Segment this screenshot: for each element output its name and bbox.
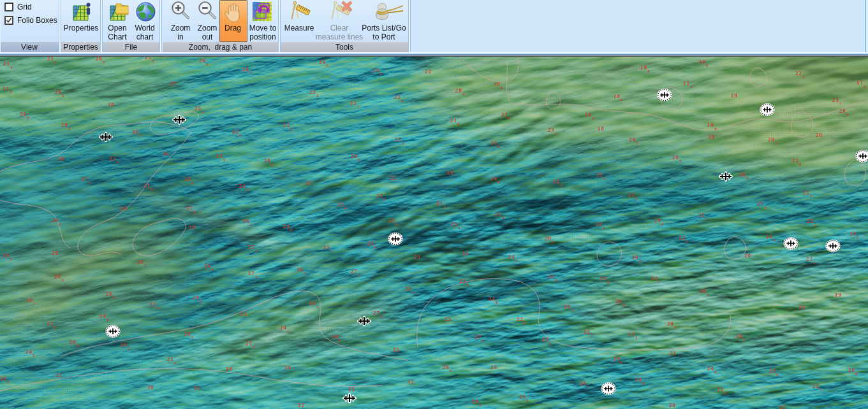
svg-text:23: 23 bbox=[548, 127, 555, 133]
svg-text:0: 0 bbox=[290, 227, 292, 232]
svg-text:25: 25 bbox=[393, 347, 400, 353]
svg-text:18: 18 bbox=[640, 64, 647, 71]
svg-text:22: 22 bbox=[376, 192, 383, 199]
svg-text:30: 30 bbox=[284, 364, 291, 371]
svg-text:20: 20 bbox=[3, 252, 10, 259]
svg-text:30: 30 bbox=[57, 155, 64, 162]
svg-text:24: 24 bbox=[490, 175, 497, 182]
svg-text:20: 20 bbox=[816, 132, 823, 138]
svg-text:26: 26 bbox=[564, 303, 571, 310]
svg-text:26: 26 bbox=[55, 89, 62, 95]
svg-text:22: 22 bbox=[283, 122, 290, 128]
svg-text:26: 26 bbox=[106, 291, 113, 297]
svg-text:24: 24 bbox=[283, 223, 290, 229]
svg-text:25: 25 bbox=[145, 57, 152, 61]
svg-text:27: 27 bbox=[81, 176, 88, 182]
svg-text:22: 22 bbox=[584, 329, 591, 335]
svg-text:24: 24 bbox=[707, 365, 714, 371]
svg-text:20: 20 bbox=[739, 171, 746, 178]
svg-text:21: 21 bbox=[450, 117, 457, 124]
svg-text:21: 21 bbox=[47, 57, 54, 62]
svg-text:20: 20 bbox=[672, 154, 679, 161]
svg-text:29: 29 bbox=[614, 355, 621, 362]
svg-text:27: 27 bbox=[373, 310, 380, 316]
svg-text:20: 20 bbox=[615, 298, 622, 305]
svg-text:17: 17 bbox=[683, 80, 690, 87]
svg-text:26: 26 bbox=[0, 375, 7, 382]
svg-text:30: 30 bbox=[189, 224, 196, 231]
svg-text:22: 22 bbox=[394, 94, 401, 100]
svg-text:25: 25 bbox=[388, 217, 395, 224]
svg-text:22: 22 bbox=[110, 155, 117, 162]
svg-text:21: 21 bbox=[628, 331, 635, 337]
svg-text:26: 26 bbox=[132, 129, 139, 135]
svg-text:21: 21 bbox=[495, 211, 502, 217]
svg-text:18: 18 bbox=[699, 59, 706, 65]
svg-text:18: 18 bbox=[494, 81, 501, 87]
svg-text:23: 23 bbox=[490, 364, 497, 370]
svg-text:2: 2 bbox=[59, 222, 61, 226]
svg-text:22: 22 bbox=[390, 175, 397, 181]
svg-text:22: 22 bbox=[813, 383, 820, 389]
svg-text:23: 23 bbox=[350, 100, 357, 106]
svg-text:22: 22 bbox=[792, 157, 799, 164]
svg-text:0: 0 bbox=[374, 245, 376, 249]
svg-text:23: 23 bbox=[651, 275, 658, 282]
svg-text:23: 23 bbox=[323, 244, 330, 250]
svg-text:20: 20 bbox=[744, 252, 751, 259]
svg-text:21: 21 bbox=[779, 404, 786, 409]
svg-text:25: 25 bbox=[542, 336, 549, 343]
svg-text:27: 27 bbox=[474, 334, 482, 340]
svg-text:32: 32 bbox=[408, 378, 415, 385]
svg-text:0: 0 bbox=[206, 62, 208, 66]
svg-text:27: 27 bbox=[170, 80, 177, 87]
svg-text:2: 2 bbox=[316, 305, 318, 309]
svg-text:21: 21 bbox=[670, 350, 677, 356]
svg-text:0: 0 bbox=[211, 267, 213, 271]
svg-text:26: 26 bbox=[163, 150, 170, 157]
svg-text:21: 21 bbox=[490, 140, 497, 146]
svg-text:1: 1 bbox=[330, 248, 332, 253]
svg-text:27: 27 bbox=[246, 340, 253, 347]
svg-text:29: 29 bbox=[52, 250, 59, 256]
svg-text:23: 23 bbox=[367, 240, 374, 247]
svg-text:26: 26 bbox=[443, 364, 450, 370]
svg-text:18: 18 bbox=[598, 126, 605, 132]
svg-text:1: 1 bbox=[255, 248, 257, 253]
svg-text:21: 21 bbox=[3, 85, 10, 92]
svg-text:24: 24 bbox=[462, 250, 469, 257]
svg-text:28: 28 bbox=[669, 402, 676, 408]
svg-text:21: 21 bbox=[436, 200, 443, 206]
svg-text:22: 22 bbox=[679, 234, 686, 241]
svg-text:0: 0 bbox=[193, 210, 195, 214]
svg-text:21: 21 bbox=[47, 320, 54, 327]
svg-text:26: 26 bbox=[199, 57, 206, 64]
svg-text:27: 27 bbox=[248, 270, 255, 276]
svg-text:22: 22 bbox=[698, 212, 705, 218]
svg-text:23: 23 bbox=[717, 386, 724, 392]
svg-text:23: 23 bbox=[459, 278, 466, 284]
svg-text:25: 25 bbox=[451, 221, 458, 227]
svg-text:23: 23 bbox=[548, 273, 555, 280]
svg-text:28: 28 bbox=[108, 101, 115, 108]
svg-text:26: 26 bbox=[96, 57, 103, 62]
svg-text:20: 20 bbox=[629, 136, 636, 143]
svg-text:22: 22 bbox=[425, 68, 432, 75]
svg-text:22: 22 bbox=[445, 316, 452, 322]
svg-text:21: 21 bbox=[167, 356, 174, 362]
svg-text:20: 20 bbox=[768, 136, 775, 143]
svg-text:2: 2 bbox=[287, 329, 289, 333]
svg-text:27: 27 bbox=[351, 268, 358, 275]
svg-text:26: 26 bbox=[204, 262, 211, 269]
svg-text:24: 24 bbox=[184, 176, 191, 182]
svg-text:24: 24 bbox=[280, 324, 287, 331]
svg-text:23: 23 bbox=[769, 368, 776, 374]
svg-text:23: 23 bbox=[414, 254, 421, 260]
svg-text:25: 25 bbox=[195, 105, 202, 111]
svg-text:20: 20 bbox=[736, 333, 743, 340]
svg-text:22: 22 bbox=[628, 192, 635, 198]
svg-text:26: 26 bbox=[447, 169, 454, 176]
svg-text:1: 1 bbox=[813, 260, 815, 264]
svg-text:2: 2 bbox=[316, 93, 318, 97]
svg-text:29: 29 bbox=[193, 294, 200, 301]
